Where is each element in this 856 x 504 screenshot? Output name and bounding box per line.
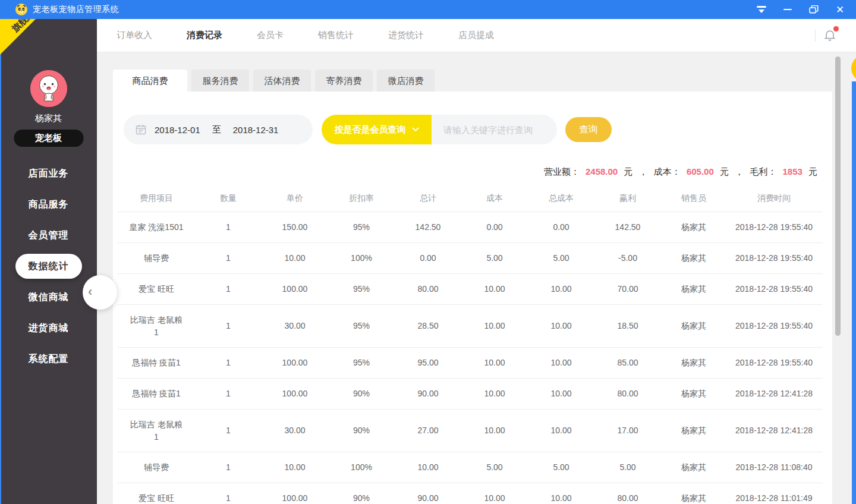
tab-goods-consumption[interactable]: 商品消费: [113, 70, 187, 92]
sidebar-collapse-handle[interactable]: ‹: [83, 275, 117, 310]
role-badge: 宠老板: [14, 130, 83, 147]
table-row: 爱宝 旺旺 1 100.00 90% 90.00 10.00 10.00 80.…: [118, 483, 823, 504]
table-header-row: 费用项目 数量 单价 折扣率 总计 成本 总成本 赢利 销售员 消费时间: [118, 185, 823, 212]
date-separator: 至: [212, 124, 221, 136]
close-button[interactable]: ✕: [832, 2, 848, 17]
col-total-cost: 总成本: [528, 192, 594, 204]
nav-staff-commission[interactable]: 店员提成: [458, 30, 494, 41]
member-filter-dropdown[interactable]: 按是否是会员查询: [322, 115, 432, 144]
sidebar-menu: 店面业务 商品服务 会员管理 数据统计 微信商城 进货商城 系统配置: [0, 158, 97, 374]
minimize-button[interactable]: [780, 2, 795, 17]
cost-unit: 元: [720, 166, 729, 177]
notification-dot: [833, 26, 839, 32]
query-button[interactable]: 查询: [565, 117, 612, 142]
chevron-left-icon: ‹: [88, 284, 92, 300]
date-range-picker[interactable]: 2018-12-01 至 2018-12-31: [124, 115, 313, 144]
top-navbar: 订单收入 消费记录 会员卡 销售统计 进货统计 店员提成: [97, 19, 856, 52]
user-avatar[interactable]: [30, 70, 67, 107]
notification-bell-icon[interactable]: [823, 28, 838, 43]
sidebar-item-store-business[interactable]: 店面业务: [0, 158, 97, 189]
col-item: 费用项目: [118, 192, 195, 204]
table-row: 恳福特 疫苗1 1 100.00 95% 95.00 10.00 10.00 8…: [118, 347, 823, 378]
table-row: 辅导费 1 10.00 100% 0.00 5.00 5.00 -5.00 杨家…: [118, 242, 823, 273]
date-start[interactable]: 2018-12-01: [155, 125, 200, 135]
filter-row: 2018-12-01 至 2018-12-31 按是否是会员查询 查询: [124, 115, 612, 144]
revenue-unit: 元: [624, 166, 632, 177]
date-end[interactable]: 2018-12-31: [233, 125, 279, 135]
sidebar: 杨家其 宠老板 店面业务 商品服务 会员管理 数据统计 微信商城 进货商城 系统…: [0, 19, 97, 504]
app-window: 宠老板宠物店管理系统 ✕: [0, 0, 856, 504]
nav-order-income[interactable]: 订单收入: [117, 30, 152, 41]
consumption-table: 费用项目 数量 单价 折扣率 总计 成本 总成本 赢利 销售员 消费时间 皇家 …: [118, 185, 823, 504]
calendar-icon: [136, 124, 146, 135]
nav-member-card[interactable]: 会员卡: [257, 30, 284, 41]
table-row: 辅导费 1 10.00 100% 10.00 5.00 5.00 5.00 杨家…: [118, 452, 823, 483]
revenue-value: 2458.00: [586, 166, 618, 177]
separator: ，: [639, 166, 648, 177]
nav-consumption-records[interactable]: 消费记录: [187, 30, 222, 41]
table-row: 比瑞吉 老鼠粮1 1 30.00 90% 27.00 10.00 10.00 1…: [118, 409, 823, 452]
member-filter-label: 按是否是会员查询: [335, 124, 406, 136]
user-name: 杨家其: [0, 113, 97, 124]
window-title: 宠老板宠物店管理系统: [33, 4, 119, 15]
tab-boarding-consumption[interactable]: 寄养消费: [315, 70, 373, 92]
titlebar: 宠老板宠物店管理系统 ✕: [0, 0, 856, 19]
tab-service-consumption[interactable]: 服务消费: [191, 70, 249, 92]
network-status-icon[interactable]: [754, 2, 769, 17]
separator: ，: [735, 166, 744, 177]
tab-microstore-consumption[interactable]: 微店消费: [377, 70, 435, 92]
sidebar-item-purchase-mall[interactable]: 进货商城: [0, 313, 97, 344]
main-area: 订单收入 消费记录 会员卡 销售统计 进货统计 店员提成 商品消费 服务消费 活…: [97, 19, 856, 504]
col-price: 单价: [262, 192, 328, 204]
keyword-search-input[interactable]: [432, 115, 557, 144]
consumption-tabs: 商品消费 服务消费 活体消费 寄养消费 微店消费: [113, 70, 435, 92]
profit-value: 1853: [782, 166, 802, 177]
app-logo-icon: [15, 4, 27, 15]
cost-value: 605.00: [687, 166, 714, 177]
table-row: 恳福特 疫苗1 1 100.00 90% 90.00 10.00 10.00 8…: [118, 378, 823, 409]
revenue-label: 营业额：: [544, 166, 580, 177]
col-total: 总计: [395, 192, 461, 204]
sidebar-item-wechat-mall[interactable]: 微信商城: [0, 282, 97, 313]
col-time: 消费时间: [726, 192, 822, 204]
summary-totals: 营业额： 2458.00 元 ， 成本： 605.00 元 ， 毛利： 1853…: [544, 166, 817, 178]
col-seller: 销售员: [661, 192, 726, 204]
table-row: 比瑞吉 老鼠粮1 1 30.00 95% 28.50 10.00 10.00 1…: [118, 304, 823, 347]
profit-label: 毛利：: [750, 166, 776, 177]
nav-purchase-statistics[interactable]: 进货统计: [388, 30, 424, 41]
maximize-button[interactable]: [806, 2, 822, 17]
table-row: 皇家 洗澡1501 1 150.00 95% 142.50 0.00 0.00 …: [118, 212, 823, 242]
sidebar-item-data-statistics[interactable]: 数据统计: [15, 254, 82, 279]
tab-livestock-consumption[interactable]: 活体消费: [253, 70, 311, 92]
col-cost: 成本: [461, 192, 528, 204]
sidebar-item-member-management[interactable]: 会员管理: [0, 220, 97, 251]
window-left-edge: [0, 19, 1, 504]
sidebar-item-goods-services[interactable]: 商品服务: [0, 189, 97, 220]
chevron-down-icon: [412, 127, 419, 132]
col-discount: 折扣率: [328, 192, 395, 204]
nav-divider: [815, 30, 816, 42]
nav-sales-statistics[interactable]: 销售统计: [318, 30, 354, 41]
table-row: 爱宝 旺旺 1 100.00 95% 80.00 10.00 10.00 70.…: [118, 273, 823, 304]
sidebar-item-system-config[interactable]: 系统配置: [0, 344, 97, 374]
profit-unit: 元: [808, 166, 817, 177]
cost-label: 成本：: [654, 166, 681, 177]
right-edge-scrollbar[interactable]: [852, 81, 856, 504]
col-qty: 数量: [195, 192, 262, 204]
content-area: 商品消费 服务消费 活体消费 寄养消费 微店消费 2018-12-0: [97, 53, 856, 504]
records-card: 2018-12-01 至 2018-12-31 按是否是会员查询 查询 营业额：…: [113, 92, 832, 504]
content-scrollbar-thumb[interactable]: [835, 56, 841, 336]
col-profit: 赢利: [594, 192, 661, 204]
